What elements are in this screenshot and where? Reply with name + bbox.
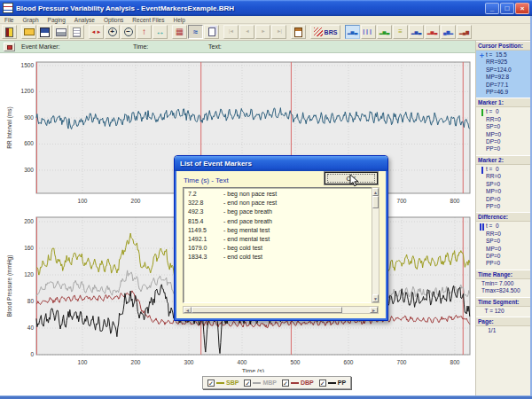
- print-preview-button[interactable]: [69, 25, 84, 39]
- plot-hist-red-button[interactable]: ▂▄▆: [457, 25, 472, 39]
- save-icon: [40, 27, 50, 37]
- expand-horizontal-icon: ↔: [156, 27, 165, 36]
- event-marker-row-2[interactable]: 492.3- beg pace breath: [188, 207, 378, 216]
- print-button[interactable]: [53, 25, 68, 39]
- plot-bars-blue-button[interactable]: ▂▅▃: [409, 25, 424, 39]
- plot-area-blue-icon: ▄▆▂: [443, 30, 453, 35]
- event-marker-row-7[interactable]: 1834.3- end cold test: [188, 253, 378, 262]
- legend-checkbox-pp[interactable]: ✓: [319, 379, 326, 387]
- svg-text:200: 200: [131, 359, 141, 365]
- plot-yellow-button[interactable]: ≡: [393, 25, 408, 39]
- zoom-in-button[interactable]: +: [105, 25, 120, 39]
- event-marker-row-0[interactable]: 7.2- beg non pace rest: [188, 190, 378, 199]
- svg-text:900: 900: [24, 114, 34, 121]
- graph-grid-button[interactable]: ▦: [172, 25, 187, 39]
- sidebar-section-3: t = 0RR=0SP=0MP=0DP=0PP=0: [476, 222, 530, 269]
- legend-checkbox-mbp[interactable]: ✓: [244, 379, 251, 387]
- close-button[interactable]: ×: [515, 3, 529, 14]
- event-marker-row-3[interactable]: 815.4- end pace breath: [188, 217, 378, 226]
- svg-text:1200: 1200: [21, 88, 35, 94]
- legend-item-mbp: ✓MBP: [244, 379, 277, 387]
- menu-recent-files[interactable]: Recent Files: [132, 17, 164, 23]
- copy-pages-icon: [208, 27, 215, 36]
- graph-line-button[interactable]: ≈: [188, 25, 203, 39]
- legend-label: MBP: [262, 379, 277, 386]
- plot-area-blue-button[interactable]: ▄▆▂: [441, 25, 456, 39]
- menu-analyse[interactable]: Analyse: [74, 17, 95, 23]
- sidebar-header-1: Marker 1:: [476, 98, 530, 107]
- window-title: Blood Pressure Variability Analysis - Ev…: [16, 4, 485, 12]
- dialog-list-header: Time (s) - Text: [184, 176, 229, 184]
- cursor-up-icon: ↑: [142, 27, 146, 36]
- sidebar-values-5: T = 120: [481, 308, 505, 315]
- event-marker-row-1[interactable]: 322.8- end non pace rest: [188, 199, 378, 207]
- marker2-bar-icon: [478, 166, 486, 210]
- sidebar-header-4: Time Range:: [476, 270, 530, 279]
- print-preview-icon: [73, 27, 81, 37]
- dialog-title-bar[interactable]: List of Event Markers: [175, 156, 387, 171]
- dialog-body: OK Time (s) - Text 7.2- beg non pace res…: [175, 171, 387, 320]
- event-marker-list[interactable]: 7.2- beg non pace rest322.8- end non pac…: [183, 187, 379, 303]
- plot-bars-red-icon: ▂▅▃: [427, 30, 438, 35]
- event-markers-button[interactable]: ◄►: [89, 25, 104, 39]
- svg-text:RR Interval (ms): RR Interval (ms): [6, 106, 13, 148]
- zoom-out-button[interactable]: −: [121, 25, 136, 39]
- event-marker-icon: [7, 45, 12, 50]
- plot-yellow-icon: ≡: [398, 28, 403, 35]
- vscroll-thumb[interactable]: [372, 196, 379, 208]
- toolbar: ◄►+−↑↔▦≈|◄◄►►|BRS▂▅▃▎▎▎▂▅▃≡▂▅▃▂▅▃▄▆▂▂▄▆: [0, 24, 532, 41]
- legend-line-sample: [328, 382, 336, 384]
- plot-columns-button[interactable]: ▎▎▎: [361, 25, 376, 39]
- brs-button[interactable]: BRS: [310, 25, 340, 39]
- sidebar-header-0: Cursor Position:: [476, 41, 530, 51]
- plot-green-button[interactable]: ▂▅▃: [377, 25, 392, 39]
- cursor-up-button[interactable]: ↑: [137, 25, 152, 39]
- svg-text:Blood Pressure (mmHg): Blood Pressure (mmHg): [6, 255, 13, 317]
- plot-bars-red-button[interactable]: ▂▅▃: [425, 25, 440, 39]
- menu-paging[interactable]: Paging: [48, 17, 66, 23]
- exit-button[interactable]: [2, 25, 17, 39]
- vertical-scrollbar[interactable]: ▲ ▼: [372, 187, 379, 303]
- legend-checkbox-dbp[interactable]: ✓: [282, 379, 289, 387]
- paste-button[interactable]: [291, 25, 306, 39]
- restore-button[interactable]: □: [500, 3, 514, 14]
- nav-prev-icon: ◄: [245, 29, 248, 35]
- save-button[interactable]: [37, 25, 52, 39]
- legend-label: SBP: [226, 379, 239, 386]
- event-marker-row-4[interactable]: 1149.5- beg mental test: [188, 226, 378, 235]
- menu-options[interactable]: Options: [104, 17, 123, 23]
- event-markers-icon: ◄►: [91, 29, 102, 35]
- scroll-right-icon[interactable]: ►: [370, 307, 378, 313]
- menu-bar: FileGraphPagingAnalyseOptionsRecent File…: [0, 16, 532, 24]
- scroll-down-icon[interactable]: ▼: [372, 294, 379, 302]
- legend-item-pp: ✓PP: [319, 379, 346, 387]
- difference-bars-icon: [478, 223, 486, 267]
- event-marker-button[interactable]: [4, 43, 15, 51]
- scroll-left-icon[interactable]: ◄: [184, 307, 192, 313]
- plot-bars-blue-icon: ▂▅▃: [411, 30, 422, 35]
- event-marker-row-5[interactable]: 1492.1- end mental test: [188, 235, 378, 244]
- hscroll-thumb[interactable]: [192, 307, 342, 313]
- menu-file[interactable]: File: [4, 17, 13, 23]
- sidebar-section-2: t = 0RR=0SP=0MP=0DP=0PP=0: [476, 165, 530, 212]
- scroll-up-icon[interactable]: ▲: [372, 188, 379, 196]
- sidebar-values-3: t = 0RR=0SP=0MP=0DP=0PP=0: [486, 223, 501, 267]
- svg-text:100: 100: [78, 198, 88, 204]
- open-icon: [24, 28, 35, 35]
- menu-graph[interactable]: Graph: [22, 17, 38, 23]
- event-marker-row-6[interactable]: 1679.0- beg cold test: [188, 244, 378, 253]
- sidebar-values-6: 1/1: [481, 327, 496, 334]
- legend-checkbox-sbp[interactable]: ✓: [207, 379, 215, 387]
- sidebar-section-1: t = 0RR=0SP=0MP=0DP=0PP=0: [476, 107, 530, 154]
- legend-item-sbp: ✓SBP: [207, 379, 239, 387]
- plot-line-button[interactable]: ▂▅▃: [345, 25, 360, 39]
- menu-help[interactable]: Help: [173, 17, 184, 23]
- horizontal-scrollbar[interactable]: ◄ ►: [183, 306, 379, 314]
- title-bar[interactable]: Blood Pressure Variability Analysis - Ev…: [0, 0, 532, 16]
- open-button[interactable]: [21, 25, 36, 39]
- copy-pages-button[interactable]: [204, 25, 219, 39]
- nav-last-icon: ►|: [277, 29, 281, 35]
- minimize-button[interactable]: _: [485, 3, 499, 14]
- event-marker-label: Event Marker:: [21, 43, 60, 50]
- expand-horizontal-button[interactable]: ↔: [153, 25, 168, 39]
